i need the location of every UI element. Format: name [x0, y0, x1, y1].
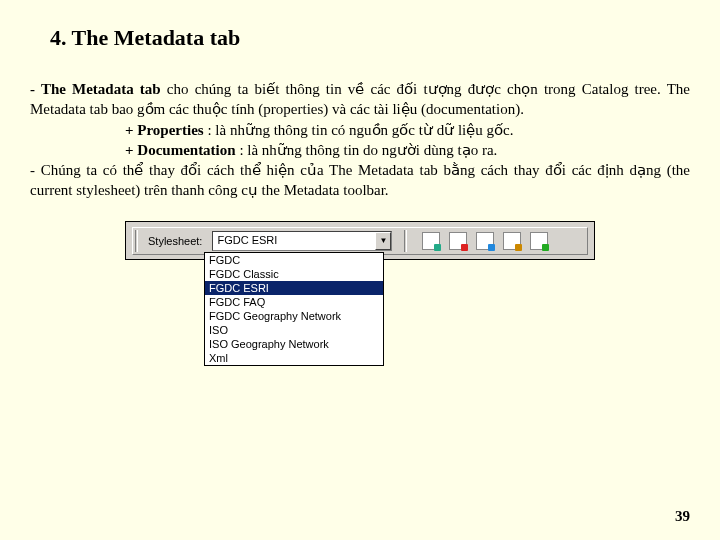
properties-text: : là những thông tin có nguồn gốc từ dữ … — [204, 122, 514, 138]
metadata-tool-icon-5[interactable] — [530, 232, 548, 250]
dropdown-option[interactable]: Xml — [205, 351, 383, 365]
metadata-toolbar-screenshot: Stylesheet: FGDC ESRI ▼ FGDCFGDC Classic… — [125, 221, 595, 260]
stylesheet-label: Stylesheet: — [148, 235, 202, 247]
metadata-tool-icon-4[interactable] — [503, 232, 521, 250]
dropdown-option[interactable]: ISO — [205, 323, 383, 337]
documentation-label: + Documentation — [125, 142, 236, 158]
dropdown-option[interactable]: FGDC FAQ — [205, 295, 383, 309]
p1-lead: - The Metadata tab — [30, 81, 161, 97]
documentation-text: : là những thông tin do người dùng tạo r… — [236, 142, 498, 158]
dropdown-option[interactable]: FGDC — [205, 253, 383, 267]
dropdown-option[interactable]: FGDC Classic — [205, 267, 383, 281]
stylesheet-combobox[interactable]: FGDC ESRI ▼ — [212, 231, 392, 251]
metadata-tool-icon-3[interactable] — [476, 232, 494, 250]
page-number: 39 — [675, 508, 690, 525]
dropdown-option[interactable]: ISO Geography Network — [205, 337, 383, 351]
dropdown-option[interactable]: FGDC Geography Network — [205, 309, 383, 323]
toolbar-inner: Stylesheet: FGDC ESRI ▼ — [132, 227, 588, 255]
chevron-down-icon[interactable]: ▼ — [375, 232, 391, 250]
toolbar-separator — [404, 230, 407, 252]
toolbar-grip — [135, 230, 138, 252]
stylesheet-dropdown-list[interactable]: FGDCFGDC ClassicFGDC ESRIFGDC FAQFGDC Ge… — [204, 252, 384, 366]
metadata-tool-icon-2[interactable] — [449, 232, 467, 250]
body-text: - The Metadata tab cho chúng ta biết thô… — [30, 79, 690, 201]
combo-value: FGDC ESRI — [217, 234, 277, 246]
p2: - Chúng ta có thể thay đổi cách thể hiện… — [30, 160, 690, 201]
dropdown-option[interactable]: FGDC ESRI — [205, 281, 383, 295]
properties-label: + Properties — [125, 122, 204, 138]
section-heading: 4. The Metadata tab — [50, 25, 690, 51]
metadata-tool-icon-1[interactable] — [422, 232, 440, 250]
